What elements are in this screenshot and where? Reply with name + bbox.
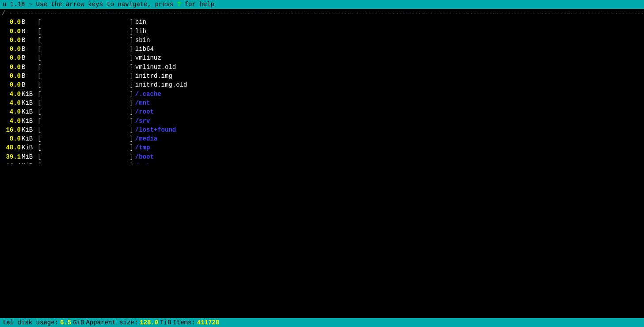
bar-open: [	[38, 18, 41, 27]
size-unit: B	[22, 80, 36, 89]
filename[interactable]: /tmp	[135, 143, 150, 152]
filename[interactable]: /srv	[135, 117, 150, 125]
bar-close: ]	[130, 117, 133, 125]
bar-close: ]	[130, 99, 133, 107]
bar-open: [	[38, 90, 41, 99]
title-bar: u 1.18 ~ Use the arrow keys to navigate,…	[0, 0, 644, 9]
size-unit: B	[22, 27, 36, 36]
bar-close: ]	[130, 107, 133, 116]
apparent-unit: TiB	[160, 319, 171, 326]
list-item[interactable]: 4.0KiB[ ]/srv	[0, 117, 644, 125]
separator: / --------------------------------------…	[2, 9, 644, 18]
size-value: 8.0	[1, 134, 21, 143]
filename[interactable]: lib64	[135, 45, 154, 53]
status-bar: tal disk usage: 6.5 GiB Apparent size: 1…	[0, 318, 644, 327]
filename[interactable]: vmlinuz	[135, 53, 161, 62]
size-unit: B	[22, 72, 36, 80]
list-item[interactable]: 0.0B[ ]vmlinuz.old	[0, 63, 644, 72]
size-unit: B	[22, 36, 36, 45]
apparent-size: 128.0	[140, 319, 158, 326]
filename[interactable]: vmlinuz.old	[135, 63, 176, 72]
list-item[interactable]: 16.0KiB[ ]/lost+found	[0, 125, 644, 134]
bar-open: [	[38, 45, 41, 53]
size-value: 4.0	[1, 117, 21, 125]
size-unit: KiB	[22, 107, 36, 116]
list-item[interactable]: 39.1MiB[ ]/boot	[0, 152, 644, 161]
apparent-label: Apparent size:	[86, 319, 138, 326]
bar-open: [	[38, 80, 41, 89]
filename[interactable]: /root	[135, 107, 154, 116]
separator-row: / --------------------------------------…	[0, 9, 644, 18]
size-unit: KiB	[22, 125, 36, 134]
list-item[interactable]: 4.0KiB[ ]/root	[0, 107, 644, 116]
list-item[interactable]: 4.0KiB[ ]/mnt	[0, 99, 644, 107]
size-unit: KiB	[22, 143, 36, 152]
size-value: 0.0	[1, 36, 21, 45]
list-item[interactable]: 0.0B[ ]sbin	[0, 36, 644, 45]
bar-open: [	[38, 107, 41, 116]
bar-close: ]	[130, 18, 133, 27]
size-value: 0.0	[1, 63, 21, 72]
empty-space	[0, 164, 644, 318]
content-area: / --------------------------------------…	[0, 9, 644, 164]
terminal: u 1.18 ~ Use the arrow keys to navigate,…	[0, 0, 644, 327]
filename[interactable]: sbin	[135, 36, 150, 45]
size-value: 48.0	[1, 143, 21, 152]
filename[interactable]: /media	[135, 134, 157, 143]
bar-close: ]	[130, 143, 133, 152]
bar-open: [	[38, 72, 41, 80]
bar-open: [	[38, 36, 41, 45]
bar-open: [	[38, 143, 41, 152]
size-value: 0.0	[1, 18, 21, 27]
bar-close: ]	[130, 80, 133, 89]
list-item[interactable]: 48.0KiB[ ]/tmp	[0, 143, 644, 152]
size-value: 0.0	[1, 45, 21, 53]
title-text-after: for help	[181, 1, 214, 8]
list-item[interactable]: 0.0B[ ]lib	[0, 27, 644, 36]
size-value: 0.0	[1, 80, 21, 89]
bar-close: ]	[130, 63, 133, 72]
bar-close: ]	[130, 134, 133, 143]
size-value: 4.0	[1, 99, 21, 107]
bar-close: ]	[130, 152, 133, 161]
list-item[interactable]: 0.0B[ ]initrd.img	[0, 72, 644, 80]
list-item[interactable]: 0.0B[ ]bin	[0, 18, 644, 27]
size-unit: KiB	[22, 117, 36, 125]
filename[interactable]: /.cache	[135, 90, 161, 99]
size-unit: B	[22, 53, 36, 62]
filename[interactable]: initrd.img	[135, 72, 172, 80]
filename[interactable]: /lost+found	[135, 125, 176, 134]
size-value: 4.0	[1, 107, 21, 116]
size-unit: B	[22, 18, 36, 27]
size-unit: KiB	[22, 90, 36, 99]
total-size: 6.5	[60, 319, 71, 326]
filename[interactable]: bin	[135, 18, 146, 27]
list-item[interactable]: 8.0KiB[ ]/media	[0, 134, 644, 143]
bar-close: ]	[130, 90, 133, 99]
bar-close: ]	[130, 45, 133, 53]
list-item[interactable]: 0.0B[ ]lib64	[0, 45, 644, 53]
size-value: 39.1	[1, 152, 21, 161]
bar-open: [	[38, 53, 41, 62]
status-label: tal disk usage:	[3, 319, 58, 326]
filename[interactable]: /mnt	[135, 99, 150, 107]
bar-close: ]	[130, 72, 133, 80]
bar-close: ]	[130, 27, 133, 36]
size-unit: KiB	[22, 99, 36, 107]
title-text: u 1.18 ~ Use the arrow keys to navigate,…	[3, 1, 177, 8]
list-item[interactable]: 4.0KiB[ ]/.cache	[0, 90, 644, 99]
size-unit: B	[22, 45, 36, 53]
bar-open: [	[38, 125, 41, 134]
size-value: 0.0	[1, 53, 21, 62]
filename[interactable]: initrd.img.old	[135, 80, 187, 89]
filename[interactable]: lib	[135, 27, 146, 36]
list-item[interactable]: 0.0B[ ]initrd.img.old	[0, 80, 644, 89]
bar-open: [	[38, 63, 41, 72]
size-value: 16.0	[1, 125, 21, 134]
bar-close: ]	[130, 53, 133, 62]
size-value: 0.0	[1, 72, 21, 80]
bar-close: ]	[130, 36, 133, 45]
bar-close: ]	[130, 125, 133, 134]
filename[interactable]: /boot	[135, 152, 154, 161]
list-item[interactable]: 0.0B[ ]vmlinuz	[0, 53, 644, 62]
